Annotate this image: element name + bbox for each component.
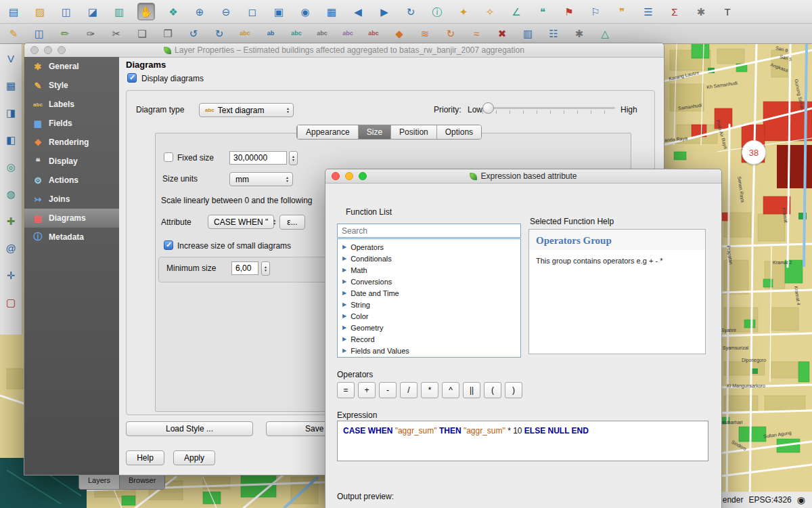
fixed-size-checkbox[interactable] — [164, 152, 173, 162]
text-annotation-icon[interactable]: ❞ — [614, 3, 630, 20]
identify-features-icon[interactable]: ⓘ — [429, 3, 445, 20]
undo-icon[interactable]: ↺ — [185, 26, 202, 42]
help-button[interactable]: Help — [126, 450, 164, 465]
labeling-icon[interactable]: abc — [237, 26, 253, 42]
diagram-type-dropdown[interactable]: abc Text diagram ▲▼ — [199, 103, 294, 117]
operator-button[interactable]: ) — [505, 382, 522, 398]
rotate-feature-icon[interactable]: ↻ — [443, 26, 459, 42]
function-group-item[interactable]: ▶ String — [338, 299, 520, 310]
tab-position[interactable]: Position — [390, 125, 436, 139]
sidebar-item-metadata[interactable]: ⓘ Metadata — [24, 228, 119, 247]
measure-area-icon[interactable]: △ — [597, 26, 613, 42]
add-raster-layer-icon[interactable]: ▦ — [3, 77, 19, 93]
tab-browser[interactable]: Browser — [119, 474, 164, 489]
add-postgis-layer-icon[interactable]: ◨ — [3, 104, 19, 121]
copy-features-icon[interactable]: ❏ — [134, 26, 150, 42]
move-label-icon[interactable]: ab — [263, 26, 279, 42]
add-delimited-text-icon[interactable]: @ — [3, 240, 19, 256]
function-group-item[interactable]: ▶ Color — [338, 310, 520, 322]
close-button[interactable] — [332, 172, 340, 180]
zoom-actual-size-icon[interactable]: ◻ — [244, 3, 261, 20]
open-project-icon[interactable]: ▨ — [32, 3, 48, 20]
zoom-to-layer-icon[interactable]: ▦ — [323, 3, 340, 20]
attribute-table-icon[interactable]: ☰ — [640, 3, 656, 20]
apply-button[interactable]: Apply — [173, 450, 215, 465]
fixed-size-input[interactable]: 30,00000 — [229, 151, 287, 165]
pan-to-selection-icon[interactable]: ❖ — [165, 3, 181, 20]
zoom-last-icon[interactable]: ◀ — [350, 3, 366, 20]
map-tips-icon[interactable]: ❝ — [535, 3, 551, 20]
rotate-label-icon[interactable]: abc — [288, 26, 304, 42]
toggle-editing-icon[interactable]: ✎ — [5, 26, 22, 42]
expression-builder-button[interactable]: ε... — [279, 215, 305, 230]
tab-options[interactable]: Options — [436, 125, 481, 139]
operator-button[interactable]: = — [337, 382, 355, 398]
node-tool-icon[interactable]: ✑ — [83, 26, 99, 42]
function-group-item[interactable]: ▶ Date and Time — [338, 287, 520, 299]
sidebar-item-style[interactable]: ✎ Style — [24, 76, 119, 95]
function-group-item[interactable]: ▶ Geometry — [338, 322, 520, 333]
show-bookmarks-icon[interactable]: ⚐ — [587, 3, 604, 20]
minimum-size-input[interactable]: 6,00 — [231, 261, 258, 275]
operator-button[interactable]: ( — [484, 382, 501, 398]
function-group-item[interactable]: ▶ Conditionals — [338, 253, 520, 264]
show-hide-label-icon[interactable]: abc — [340, 26, 356, 42]
remove-layer-icon[interactable]: ▢ — [3, 294, 19, 310]
save-project-icon[interactable]: ◫ — [58, 3, 74, 20]
paste-features-icon[interactable]: ❐ — [160, 26, 176, 42]
copy-style-icon[interactable]: ◆ — [391, 26, 407, 42]
display-diagrams-checkbox[interactable] — [127, 73, 137, 83]
measure-line-icon[interactable]: ∠ — [508, 3, 524, 20]
georeferencer-icon[interactable]: ✛ — [3, 267, 19, 283]
operator-button[interactable]: * — [421, 382, 438, 398]
new-project-icon[interactable]: ▤ — [5, 3, 22, 20]
print-composer-icon[interactable]: ▥ — [111, 3, 127, 20]
sidebar-item-labels[interactable]: abc Labels — [24, 95, 119, 114]
function-group-item[interactable]: ▶ Operators — [338, 241, 520, 253]
snapping-options-icon[interactable]: ✱ — [571, 26, 587, 42]
minimize-button[interactable] — [44, 46, 52, 54]
add-wms-layer-icon[interactable]: ◎ — [3, 158, 19, 175]
operator-button[interactable]: ^ — [442, 382, 459, 398]
maximize-button[interactable] — [58, 46, 66, 54]
simplify-feature-icon[interactable]: ≈ — [468, 26, 484, 42]
minimum-size-stepper[interactable]: ▲▼ — [261, 261, 270, 276]
function-group-item[interactable]: ▶ Conversions — [338, 276, 520, 287]
crs-globe-icon[interactable]: ◉ — [797, 494, 805, 505]
add-wfs-layer-icon[interactable]: ◍ — [3, 186, 19, 202]
close-button[interactable] — [30, 46, 39, 54]
sidebar-item-actions[interactable]: ⚙ Actions — [24, 171, 119, 190]
operator-button[interactable]: - — [379, 382, 397, 398]
expression-titlebar[interactable]: Expression based attribute — [325, 169, 721, 184]
add-spatialite-layer-icon[interactable]: ◧ — [3, 131, 19, 148]
operator-button[interactable]: / — [400, 382, 418, 398]
sidebar-item-diagrams[interactable]: ▤ Diagrams — [24, 209, 119, 228]
minimize-button[interactable] — [345, 172, 353, 180]
attribute-dropdown[interactable]: CASE WHEN " ▲▼ — [208, 215, 274, 229]
merge-features-icon[interactable]: ▥ — [520, 26, 536, 42]
capture-feature-icon[interactable]: ✏ — [57, 26, 73, 42]
sidebar-item-joins[interactable]: ↣ Joins — [24, 190, 119, 209]
cut-features-icon[interactable]: ✂ — [108, 26, 125, 42]
function-search-input[interactable] — [337, 224, 521, 238]
operator-button[interactable]: + — [358, 382, 376, 398]
size-units-dropdown[interactable]: mm ▲▼ — [229, 172, 293, 186]
refresh-map-icon[interactable]: ↻ — [403, 3, 419, 20]
label-properties-icon[interactable]: abc — [365, 26, 382, 42]
fixed-size-stepper[interactable]: ▲▼ — [289, 151, 298, 165]
crs-button[interactable]: EPSG:4326 — [748, 495, 791, 505]
new-bookmark-icon[interactable]: ⚑ — [561, 3, 577, 20]
function-group-item[interactable]: ▶ Math — [338, 264, 520, 276]
zoom-in-icon[interactable]: ⊕ — [191, 3, 208, 20]
deselect-features-icon[interactable]: ✧ — [482, 3, 498, 20]
sidebar-item-rendering[interactable]: ❖ Rendering — [24, 133, 119, 152]
load-style-button[interactable]: Load Style ... — [126, 421, 253, 436]
expression-editor[interactable]: CASE WHEN "aggr_sum" THEN "aggr_sum" * 1… — [337, 421, 708, 461]
layer-properties-titlebar[interactable]: Layer Properties – Estimated buildings a… — [24, 43, 664, 58]
delete-selected-icon[interactable]: ✖ — [494, 26, 510, 42]
zoom-out-icon[interactable]: ⊖ — [218, 3, 234, 20]
select-features-icon[interactable]: ✦ — [455, 3, 472, 20]
zoom-full-extent-icon[interactable]: ▣ — [271, 3, 287, 20]
offset-curve-icon[interactable]: ≋ — [417, 26, 433, 42]
slider-knob[interactable] — [482, 102, 494, 114]
